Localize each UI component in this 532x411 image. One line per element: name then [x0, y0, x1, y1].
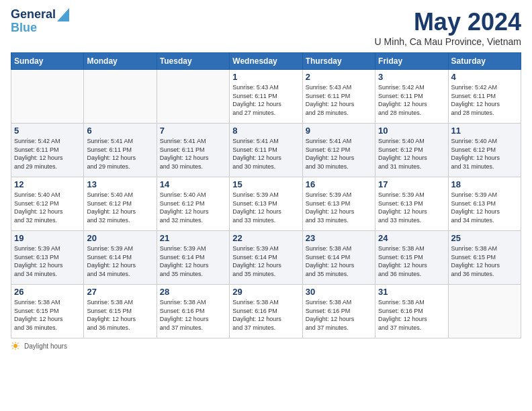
day-info: Sunrise: 5:42 AM Sunset: 6:11 PM Dayligh…	[14, 137, 81, 171]
day-info: Sunrise: 5:39 AM Sunset: 6:13 PM Dayligh…	[14, 244, 81, 278]
day-number: 13	[87, 179, 153, 189]
day-number: 18	[451, 179, 518, 189]
calendar-week-row: 26Sunrise: 5:38 AM Sunset: 6:15 PM Dayli…	[11, 285, 521, 338]
calendar-cell: 30Sunrise: 5:38 AM Sunset: 6:16 PM Dayli…	[302, 285, 375, 338]
calendar-cell	[157, 70, 229, 124]
day-info: Sunrise: 5:41 AM Sunset: 6:11 PM Dayligh…	[232, 137, 299, 171]
calendar-cell: 2Sunrise: 5:43 AM Sunset: 6:11 PM Daylig…	[302, 70, 375, 124]
sun-icon	[11, 341, 20, 351]
calendar-cell	[11, 70, 84, 124]
day-number: 12	[14, 179, 81, 189]
day-info: Sunrise: 5:41 AM Sunset: 6:11 PM Dayligh…	[87, 137, 153, 171]
calendar-cell: 23Sunrise: 5:38 AM Sunset: 6:14 PM Dayli…	[302, 231, 375, 285]
calendar-week-row: 1Sunrise: 5:43 AM Sunset: 6:11 PM Daylig…	[11, 70, 521, 124]
day-number: 22	[232, 233, 299, 243]
calendar-cell: 11Sunrise: 5:40 AM Sunset: 6:12 PM Dayli…	[448, 124, 521, 177]
day-info: Sunrise: 5:38 AM Sunset: 6:15 PM Dayligh…	[378, 244, 445, 278]
day-number: 7	[160, 126, 226, 136]
daylight-label: Daylight hours	[24, 342, 67, 350]
calendar-body: 1Sunrise: 5:43 AM Sunset: 6:11 PM Daylig…	[11, 70, 521, 338]
calendar-cell: 10Sunrise: 5:40 AM Sunset: 6:12 PM Dayli…	[375, 124, 448, 177]
header-day: Sunday	[11, 53, 84, 70]
calendar-cell: 6Sunrise: 5:41 AM Sunset: 6:11 PM Daylig…	[84, 124, 157, 177]
calendar-cell: 13Sunrise: 5:40 AM Sunset: 6:12 PM Dayli…	[84, 177, 157, 231]
day-info: Sunrise: 5:39 AM Sunset: 6:13 PM Dayligh…	[378, 191, 445, 224]
page: General Blue May 2024 U Minh, Ca Mau Pro…	[0, 0, 532, 359]
day-info: Sunrise: 5:39 AM Sunset: 6:13 PM Dayligh…	[232, 191, 299, 224]
day-info: Sunrise: 5:40 AM Sunset: 6:12 PM Dayligh…	[14, 191, 81, 224]
day-number: 24	[378, 233, 445, 243]
calendar-cell: 16Sunrise: 5:39 AM Sunset: 6:13 PM Dayli…	[302, 177, 375, 231]
day-info: Sunrise: 5:40 AM Sunset: 6:12 PM Dayligh…	[87, 191, 153, 224]
day-info: Sunrise: 5:38 AM Sunset: 6:15 PM Dayligh…	[451, 244, 518, 278]
calendar-cell: 5Sunrise: 5:42 AM Sunset: 6:11 PM Daylig…	[11, 124, 84, 177]
day-number: 17	[378, 179, 445, 189]
day-number: 4	[451, 72, 518, 82]
calendar-cell: 19Sunrise: 5:39 AM Sunset: 6:13 PM Dayli…	[11, 231, 84, 285]
day-number: 26	[14, 287, 81, 297]
day-number: 5	[14, 126, 81, 136]
day-info: Sunrise: 5:42 AM Sunset: 6:11 PM Dayligh…	[378, 83, 445, 117]
day-info: Sunrise: 5:39 AM Sunset: 6:13 PM Dayligh…	[451, 191, 518, 224]
day-number: 14	[160, 179, 226, 189]
day-info: Sunrise: 5:38 AM Sunset: 6:15 PM Dayligh…	[14, 298, 81, 332]
month-title: May 2024	[375, 8, 521, 36]
calendar-cell: 22Sunrise: 5:39 AM Sunset: 6:14 PM Dayli…	[230, 231, 302, 285]
day-number: 19	[14, 233, 81, 243]
calendar-week-row: 5Sunrise: 5:42 AM Sunset: 6:11 PM Daylig…	[11, 124, 521, 177]
calendar-cell: 18Sunrise: 5:39 AM Sunset: 6:13 PM Dayli…	[448, 177, 521, 231]
header-row: SundayMondayTuesdayWednesdayThursdayFrid…	[11, 53, 521, 70]
header-day: Saturday	[448, 53, 521, 70]
calendar-cell: 4Sunrise: 5:42 AM Sunset: 6:11 PM Daylig…	[448, 70, 521, 124]
calendar-cell: 7Sunrise: 5:41 AM Sunset: 6:11 PM Daylig…	[157, 124, 229, 177]
day-number: 23	[306, 233, 372, 243]
day-info: Sunrise: 5:39 AM Sunset: 6:13 PM Dayligh…	[306, 191, 372, 224]
day-number: 2	[306, 72, 372, 82]
calendar-cell: 29Sunrise: 5:38 AM Sunset: 6:16 PM Dayli…	[230, 285, 302, 338]
svg-point-1	[13, 344, 17, 348]
day-info: Sunrise: 5:38 AM Sunset: 6:16 PM Dayligh…	[378, 298, 445, 332]
day-info: Sunrise: 5:41 AM Sunset: 6:12 PM Dayligh…	[306, 137, 372, 171]
day-info: Sunrise: 5:39 AM Sunset: 6:14 PM Dayligh…	[232, 244, 299, 278]
calendar-cell	[448, 285, 521, 338]
header-day: Monday	[84, 53, 157, 70]
day-number: 28	[160, 287, 226, 297]
day-number: 30	[306, 287, 372, 297]
svg-line-6	[12, 342, 13, 343]
calendar-cell: 27Sunrise: 5:38 AM Sunset: 6:15 PM Dayli…	[84, 285, 157, 338]
logo-general: General	[11, 8, 56, 21]
day-number: 9	[306, 126, 372, 136]
calendar-cell: 1Sunrise: 5:43 AM Sunset: 6:11 PM Daylig…	[230, 70, 302, 124]
calendar-table: SundayMondayTuesdayWednesdayThursdayFrid…	[11, 52, 521, 338]
calendar-cell: 21Sunrise: 5:39 AM Sunset: 6:14 PM Dayli…	[157, 231, 229, 285]
day-info: Sunrise: 5:39 AM Sunset: 6:14 PM Dayligh…	[87, 244, 153, 278]
logo-blue: Blue	[11, 21, 37, 35]
day-info: Sunrise: 5:40 AM Sunset: 6:12 PM Dayligh…	[378, 137, 445, 171]
day-number: 15	[232, 179, 299, 189]
day-number: 3	[378, 72, 445, 82]
calendar-cell: 20Sunrise: 5:39 AM Sunset: 6:14 PM Dayli…	[84, 231, 157, 285]
day-info: Sunrise: 5:38 AM Sunset: 6:16 PM Dayligh…	[160, 298, 226, 332]
day-number: 16	[306, 179, 372, 189]
logo-triangle-icon	[57, 8, 69, 21]
calendar-cell: 26Sunrise: 5:38 AM Sunset: 6:15 PM Dayli…	[11, 285, 84, 338]
day-info: Sunrise: 5:43 AM Sunset: 6:11 PM Dayligh…	[306, 83, 372, 117]
location: U Minh, Ca Mau Province, Vietnam	[375, 36, 521, 47]
calendar-cell	[84, 70, 157, 124]
day-number: 29	[232, 287, 299, 297]
header: General Blue May 2024 U Minh, Ca Mau Pro…	[11, 8, 521, 47]
day-info: Sunrise: 5:38 AM Sunset: 6:16 PM Dayligh…	[232, 298, 299, 332]
calendar-cell: 24Sunrise: 5:38 AM Sunset: 6:15 PM Dayli…	[375, 231, 448, 285]
day-info: Sunrise: 5:41 AM Sunset: 6:11 PM Dayligh…	[160, 137, 226, 171]
title-block: May 2024 U Minh, Ca Mau Province, Vietna…	[375, 8, 521, 47]
day-info: Sunrise: 5:42 AM Sunset: 6:11 PM Dayligh…	[451, 83, 518, 117]
day-number: 25	[451, 233, 518, 243]
day-number: 10	[378, 126, 445, 136]
header-day: Thursday	[302, 53, 375, 70]
header-day: Tuesday	[157, 53, 229, 70]
svg-marker-0	[57, 8, 69, 21]
day-number: 27	[87, 287, 153, 297]
calendar-cell: 3Sunrise: 5:42 AM Sunset: 6:11 PM Daylig…	[375, 70, 448, 124]
calendar-week-row: 12Sunrise: 5:40 AM Sunset: 6:12 PM Dayli…	[11, 177, 521, 231]
day-number: 20	[87, 233, 153, 243]
